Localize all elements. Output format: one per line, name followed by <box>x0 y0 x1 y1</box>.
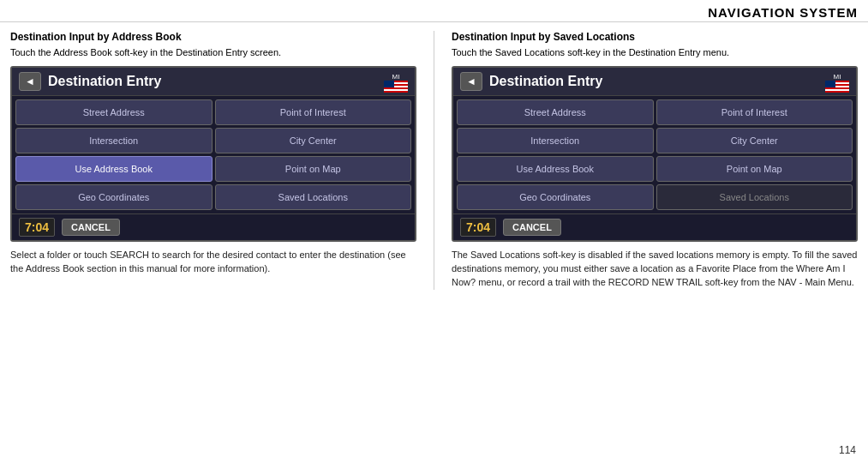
right-btn-geo-coordinates[interactable]: Geo Coordinates <box>457 184 654 210</box>
left-time-display: 7:04 <box>19 218 55 237</box>
left-btn-point-of-interest[interactable]: Point of Interest <box>215 99 412 125</box>
left-btn-street-address[interactable]: Street Address <box>15 99 213 125</box>
right-nav-footer: 7:04 CANCEL <box>453 213 856 240</box>
left-btn-intersection[interactable]: Intersection <box>15 128 213 153</box>
page-title: NAVIGATION SYSTEM <box>708 5 858 20</box>
right-btn-city-center[interactable]: City Center <box>656 128 853 153</box>
left-flag-blue <box>384 81 394 87</box>
left-heading: Destination Input by Address Book <box>10 31 416 43</box>
left-footer: Select a folder or touch SEARCH to searc… <box>10 249 416 276</box>
right-btn-use-address-book[interactable]: Use Address Book <box>457 156 654 182</box>
right-cancel-button[interactable]: CANCEL <box>503 219 561 236</box>
right-nav-grid: Street Address Point of Interest Interse… <box>453 96 856 213</box>
left-description: Touch the Address Book soft-key in the D… <box>10 46 416 59</box>
right-time-display: 7:04 <box>460 218 496 237</box>
left-btn-city-center[interactable]: City Center <box>215 128 412 153</box>
left-nav-title: Destination Entry <box>48 74 377 89</box>
right-nav-title: Destination Entry <box>489 74 818 89</box>
right-heading: Destination Input by Saved Locations <box>452 31 858 43</box>
right-back-button[interactable]: ◄ <box>460 72 482 91</box>
right-btn-saved-locations: Saved Locations <box>656 184 853 210</box>
left-nav-grid: Street Address Point of Interest Interse… <box>12 96 415 213</box>
right-flag-icon: MI <box>825 74 849 89</box>
left-btn-geo-coordinates[interactable]: Geo Coordinates <box>15 184 213 210</box>
left-flag-icon: MI <box>384 74 408 89</box>
right-column: Destination Input by Saved Locations Tou… <box>452 31 858 290</box>
right-description: Touch the Saved Locations soft-key in th… <box>452 46 858 59</box>
right-footer: The Saved Locations soft-key is disabled… <box>452 249 858 290</box>
right-flag-stripe <box>825 81 849 93</box>
left-back-button[interactable]: ◄ <box>19 72 41 91</box>
right-btn-point-of-interest[interactable]: Point of Interest <box>656 99 853 125</box>
right-btn-street-address[interactable]: Street Address <box>457 99 654 125</box>
right-btn-point-on-map[interactable]: Point on Map <box>656 156 853 182</box>
left-btn-saved-locations[interactable]: Saved Locations <box>215 184 412 210</box>
left-nav-footer: 7:04 CANCEL <box>12 213 415 240</box>
right-nav-header: ◄ Destination Entry MI <box>453 68 856 96</box>
page-number: 114 <box>839 444 856 456</box>
left-flag-label: MI <box>384 74 408 81</box>
right-flag-label: MI <box>825 74 849 81</box>
left-btn-use-address-book[interactable]: Use Address Book <box>15 156 213 182</box>
left-nav-screen: ◄ Destination Entry MI Street Address Po… <box>10 66 416 242</box>
right-nav-screen: ◄ Destination Entry MI Street Address Po… <box>452 66 858 242</box>
page-header: NAVIGATION SYSTEM <box>0 0 868 22</box>
left-btn-point-on-map[interactable]: Point on Map <box>215 156 412 182</box>
right-flag-blue <box>825 81 835 87</box>
left-nav-header: ◄ Destination Entry MI <box>12 68 415 96</box>
left-cancel-button[interactable]: CANCEL <box>62 219 120 236</box>
right-btn-intersection[interactable]: Intersection <box>457 128 654 153</box>
column-divider <box>434 31 434 290</box>
left-column: Destination Input by Address Book Touch … <box>10 31 416 290</box>
left-flag-stripe <box>384 81 408 93</box>
